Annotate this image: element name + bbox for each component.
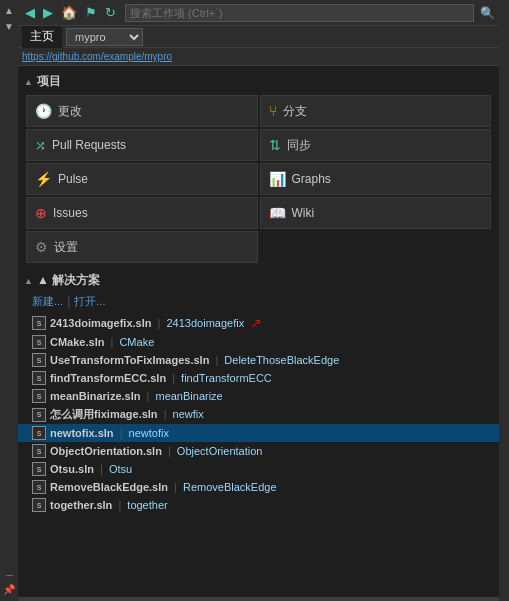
left-arrow-2[interactable]: ▼ — [4, 20, 14, 34]
back-button[interactable]: ◀ — [22, 5, 38, 20]
file-name-findtransform: findTransformECC.sln | findTransformECC — [50, 372, 272, 384]
urlbar: https://github.com/example/mypro — [18, 48, 499, 66]
file-item-removeblackedge[interactable]: S RemoveBlackEdge.sln | RemoveBlackEdge — [18, 478, 499, 496]
file-name-cmake: CMake.sln | CMake — [50, 336, 154, 348]
tile-settings-label: 设置 — [54, 239, 78, 256]
file-item-objectorientation[interactable]: S ObjectOrientation.sln | ObjectOrientat… — [18, 442, 499, 460]
project-arrow: ▲ — [24, 77, 33, 87]
file-name-usetransform: UseTransformToFixImages.sln | DeleteThos… — [50, 354, 339, 366]
graphs-icon: 📊 — [269, 171, 286, 187]
tile-issues-label: Issues — [53, 206, 88, 220]
pullrequest-icon: ⤮ — [35, 138, 46, 153]
sln-icon-otsu: S — [32, 462, 46, 476]
file-item-meanbinarize[interactable]: S meanBinarize.sln | meanBinarize — [18, 387, 499, 405]
tile-branch[interactable]: ⑂ 分支 — [260, 95, 492, 127]
new-solution-link[interactable]: 新建... — [32, 294, 63, 309]
pulse-icon: ⚡ — [35, 171, 52, 187]
search-input[interactable] — [125, 4, 474, 22]
tile-pr-label: Pull Requests — [52, 138, 126, 152]
tile-pullrequests[interactable]: ⤮ Pull Requests — [26, 129, 258, 161]
sln-icon-findtransform: S — [32, 371, 46, 385]
file-item-together[interactable]: S together.sln | together — [18, 496, 499, 514]
right-scrollbar[interactable] — [499, 0, 509, 601]
issues-icon: ⊕ — [35, 205, 47, 221]
tile-pulse[interactable]: ⚡ Pulse — [26, 163, 258, 195]
sln-icon-2413: S — [32, 316, 46, 330]
tile-wiki[interactable]: 📖 Wiki — [260, 197, 492, 229]
file-name-together: together.sln | together — [50, 499, 168, 511]
file-item-findtransform[interactable]: S findTransformECC.sln | findTransformEC… — [18, 369, 499, 387]
file-item-newtofix[interactable]: S newtofix.sln | newtofix — [18, 424, 499, 442]
sln-icon-usetransform: S — [32, 353, 46, 367]
content-area: ▲ 项目 🕐 更改 ⑂ 分支 ⤮ Pull Requests ⇅ 同步 — [18, 66, 499, 597]
solution-section-header[interactable]: ▲ ▲ 解决方案 — [18, 269, 499, 292]
project-grid: 🕐 更改 ⑂ 分支 ⤮ Pull Requests ⇅ 同步 ⚡ Pulse — [18, 93, 499, 265]
tile-sync-label: 同步 — [287, 137, 311, 154]
solution-section-title: ▲ 解决方案 — [37, 272, 100, 289]
tabbar: 主页 mypro — [18, 26, 499, 48]
file-name-removeblackedge: RemoveBlackEdge.sln | RemoveBlackEdge — [50, 481, 277, 493]
tile-pulse-label: Pulse — [58, 172, 88, 186]
url-text[interactable]: https://github.com/example/mypro — [22, 51, 172, 62]
tile-wiki-label: Wiki — [292, 206, 315, 220]
forward-button[interactable]: ▶ — [40, 5, 56, 20]
file-list: S 2413doimagefix.sln | 2413doimagefix ↗ … — [18, 313, 499, 514]
file-item-otsu[interactable]: S Otsu.sln | Otsu — [18, 460, 499, 478]
search-icon: 🔍 — [480, 6, 495, 20]
main-tab[interactable]: 主页 — [22, 26, 62, 48]
red-arrow-2413: ↗ — [250, 315, 262, 331]
wiki-icon: 📖 — [269, 205, 286, 221]
home-button[interactable]: 🏠 — [58, 5, 80, 20]
file-name-objectorientation: ObjectOrientation.sln | ObjectOrientatio… — [50, 445, 262, 457]
sln-icon-meanbinarize: S — [32, 389, 46, 403]
project-section-title: 项目 — [37, 73, 61, 90]
tile-graphs[interactable]: 📊 Graphs — [260, 163, 492, 195]
solution-links: 新建... | 打开... — [18, 292, 499, 313]
open-solution-link[interactable]: 打开... — [74, 294, 105, 309]
file-item-usetransform[interactable]: S UseTransformToFixImages.sln | DeleteTh… — [18, 351, 499, 369]
dock-handle: ⁞ — [4, 574, 15, 577]
toolbar: ◀ ▶ 🏠 ⚑ ↻ 🔍 — [18, 0, 499, 26]
flag-button[interactable]: ⚑ — [82, 5, 100, 20]
tile-changes[interactable]: 🕐 更改 — [26, 95, 258, 127]
file-name-callfix: 怎么调用fiximage.sln | newfix — [50, 407, 204, 422]
file-name-newtofix: newtofix.sln | newtofix — [50, 427, 169, 439]
tile-issues[interactable]: ⊕ Issues — [26, 197, 258, 229]
resize-bar[interactable] — [18, 597, 499, 601]
left-arrow-1[interactable]: ▲ — [4, 4, 14, 18]
sln-icon-newtofix: S — [32, 426, 46, 440]
tile-branch-label: 分支 — [283, 103, 307, 120]
sln-icon-objectorientation: S — [32, 444, 46, 458]
file-name-otsu: Otsu.sln | Otsu — [50, 463, 132, 475]
sln-icon-removeblackedge: S — [32, 480, 46, 494]
sln-icon-cmake: S — [32, 335, 46, 349]
sync-icon: ⇅ — [269, 137, 281, 153]
left-sidebar: ▲ ▼ ⁞ 📌 — [0, 0, 18, 601]
project-section-header[interactable]: ▲ 项目 — [18, 70, 499, 93]
tile-settings[interactable]: ⚙ 设置 — [26, 231, 258, 263]
project-dropdown[interactable]: mypro — [66, 28, 143, 46]
tile-sync[interactable]: ⇅ 同步 — [260, 129, 492, 161]
clock-icon: 🕐 — [35, 103, 52, 119]
sln-icon-callfix: S — [32, 408, 46, 422]
file-item-2413[interactable]: S 2413doimagefix.sln | 2413doimagefix ↗ — [18, 313, 499, 333]
settings-icon: ⚙ — [35, 239, 48, 255]
main-panel: ◀ ▶ 🏠 ⚑ ↻ 🔍 主页 mypro https://github.com/… — [18, 0, 499, 601]
sln-icon-together: S — [32, 498, 46, 512]
branch-icon: ⑂ — [269, 103, 277, 119]
tile-graphs-label: Graphs — [292, 172, 331, 186]
link-separator: | — [67, 294, 70, 309]
file-item-cmake[interactable]: S CMake.sln | CMake — [18, 333, 499, 351]
file-name-2413: 2413doimagefix.sln | 2413doimagefix — [50, 317, 244, 329]
dock-pin[interactable]: 📌 — [3, 583, 15, 597]
solution-arrow: ▲ — [24, 276, 33, 286]
refresh-button[interactable]: ↻ — [102, 5, 119, 20]
tile-changes-label: 更改 — [58, 103, 82, 120]
file-item-callfix[interactable]: S 怎么调用fiximage.sln | newfix — [18, 405, 499, 424]
file-name-meanbinarize: meanBinarize.sln | meanBinarize — [50, 390, 223, 402]
